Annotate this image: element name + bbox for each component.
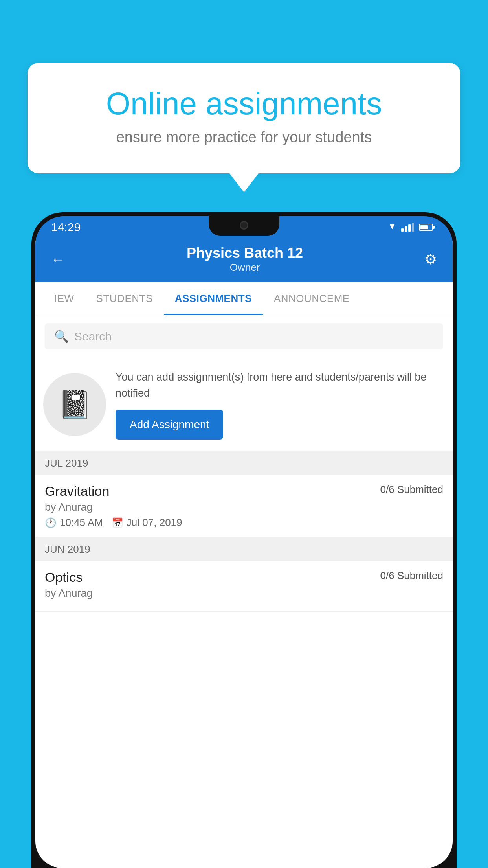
front-camera — [240, 221, 248, 230]
settings-button[interactable]: ⚙ — [424, 251, 437, 268]
speech-bubble-title: Online assignments — [59, 86, 429, 121]
calendar-icon: 📅 — [112, 517, 123, 528]
speech-bubble: Online assignments ensure more practice … — [28, 63, 460, 173]
promo-icon-circle: 📓 — [43, 373, 106, 436]
assignment-submitted-gravitation: 0/6 Submitted — [380, 484, 443, 496]
meta-date: 📅 Jul 07, 2019 — [112, 517, 182, 529]
phone-frame: 14:29 ▼ — [31, 212, 457, 868]
signal-icon — [401, 223, 414, 232]
search-bar: 🔍 Search — [35, 315, 453, 357]
section-jul-2019: JUL 2019 — [35, 452, 453, 475]
tab-iew[interactable]: IEW — [43, 282, 85, 315]
back-button[interactable]: ← — [51, 251, 65, 268]
search-input-wrapper[interactable]: 🔍 Search — [45, 323, 443, 349]
assignment-date: Jul 07, 2019 — [127, 517, 182, 529]
status-icons: ▼ — [388, 223, 433, 232]
section-jun-2019: JUN 2019 — [35, 538, 453, 561]
promo-text-area: You can add assignment(s) from here and … — [116, 369, 443, 440]
batch-title: Physics Batch 12 — [187, 245, 303, 261]
assignment-author-optics: by Anurag — [45, 587, 443, 600]
add-assignment-promo: 📓 You can add assignment(s) from here an… — [35, 357, 453, 452]
screen-inner: ← Physics Batch 12 Owner ⚙ IEW STUDENTS … — [35, 238, 453, 868]
tab-assignments[interactable]: ASSIGNMENTS — [164, 282, 263, 315]
search-icon: 🔍 — [54, 329, 69, 343]
meta-time: 🕐 10:45 AM — [45, 517, 103, 529]
assignment-name-optics: Optics — [45, 570, 83, 585]
assignment-gravitation[interactable]: Gravitation 0/6 Submitted by Anurag 🕐 10… — [35, 475, 453, 538]
batch-subtitle: Owner — [187, 261, 303, 274]
tab-announcements[interactable]: ANNOUNCEME — [263, 282, 361, 315]
assignment-optics[interactable]: Optics 0/6 Submitted by Anurag — [35, 561, 453, 612]
search-placeholder: Search — [74, 330, 112, 343]
assignment-submitted-optics: 0/6 Submitted — [380, 570, 443, 582]
speech-bubble-container: Online assignments ensure more practice … — [28, 63, 460, 173]
add-assignment-button[interactable]: Add Assignment — [116, 410, 223, 440]
app-header: ← Physics Batch 12 Owner ⚙ — [35, 238, 453, 282]
assignment-meta-gravitation: 🕐 10:45 AM 📅 Jul 07, 2019 — [45, 517, 443, 529]
status-time: 14:29 — [51, 221, 81, 234]
clock-icon: 🕐 — [45, 517, 57, 528]
assignment-author-gravitation: by Anurag — [45, 501, 443, 513]
phone-inner: 14:29 ▼ — [35, 216, 453, 868]
assignment-name-gravitation: Gravitation — [45, 484, 109, 499]
assignment-row-top-optics: Optics 0/6 Submitted — [45, 570, 443, 585]
assignment-time: 10:45 AM — [60, 517, 103, 529]
wifi-icon: ▼ — [388, 223, 396, 232]
phone-notch — [209, 216, 279, 236]
notebook-icon: 📓 — [58, 388, 92, 421]
battery-icon — [419, 224, 433, 231]
tabs-bar: IEW STUDENTS ASSIGNMENTS ANNOUNCEME — [35, 282, 453, 315]
speech-bubble-subtitle: ensure more practice for your students — [59, 129, 429, 146]
tab-students[interactable]: STUDENTS — [85, 282, 164, 315]
assignment-row-top: Gravitation 0/6 Submitted — [45, 484, 443, 499]
phone-screen: ← Physics Batch 12 Owner ⚙ IEW STUDENTS … — [35, 238, 453, 868]
promo-description: You can add assignment(s) from here and … — [116, 369, 443, 401]
header-center: Physics Batch 12 Owner — [187, 245, 303, 274]
